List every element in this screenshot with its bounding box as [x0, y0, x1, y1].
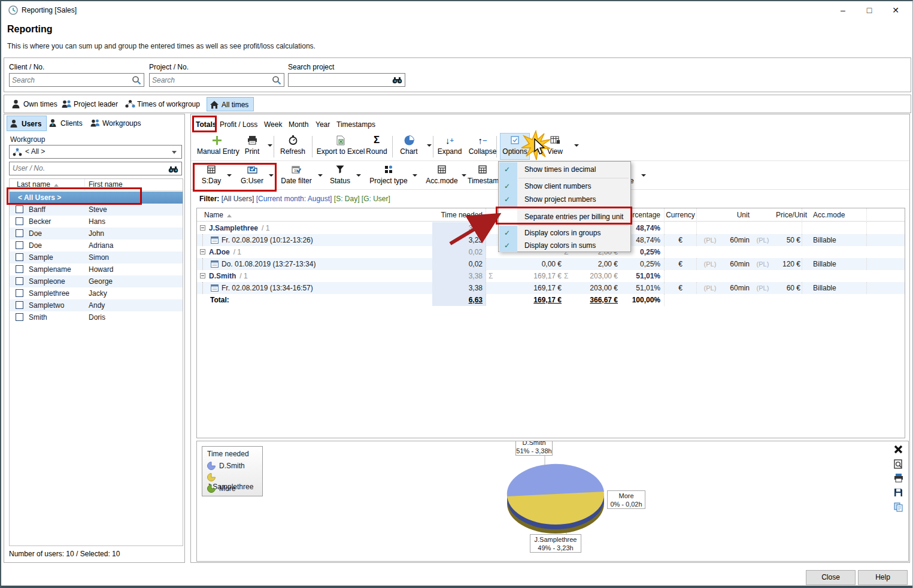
options-button[interactable]: Options [501, 134, 529, 156]
close-button[interactable]: Close [806, 570, 856, 585]
chart-print-button[interactable] [894, 474, 905, 483]
project-search-field[interactable] [149, 73, 284, 87]
checkbox[interactable] [16, 289, 23, 297]
name-header[interactable]: Name [204, 208, 436, 220]
tab-workgroups[interactable]: Workgroups [88, 116, 145, 131]
user-row[interactable]: SmithDoris [10, 311, 183, 323]
chart-copy-button[interactable] [894, 502, 905, 512]
currency-header[interactable]: Currency [665, 208, 697, 220]
acc-mode-header[interactable]: Acc.mode [813, 208, 867, 220]
user-row[interactable]: DoeAdriana [10, 240, 183, 251]
round-button[interactable]: Σ Round [365, 134, 389, 156]
user-row[interactable]: SamplethreeJacky [10, 287, 183, 299]
tab-users[interactable]: Users [7, 116, 47, 131]
tab-profit-loss[interactable]: Profit / Loss [220, 119, 257, 131]
user-search-input[interactable] [13, 164, 156, 172]
user-row[interactable]: SampleSimon [10, 251, 183, 263]
date-filter-dropdown-arrow[interactable] [318, 174, 323, 177]
sum-dropdown-arrow[interactable] [227, 174, 232, 177]
user-row[interactable]: SampletwoAndy [10, 299, 183, 311]
user-search-field[interactable] [9, 162, 182, 175]
price-unit-header[interactable]: Price/Unit [776, 208, 802, 220]
project-search-input[interactable] [152, 75, 269, 85]
user-table-header[interactable]: Last name First name [10, 179, 183, 191]
acc-mode-button[interactable]: Acc.mode [422, 163, 462, 186]
chart-preview-button[interactable] [894, 459, 905, 469]
user-row[interactable]: SampleoneGeorge [10, 275, 183, 287]
maximize-button[interactable]: □ [856, 1, 882, 19]
workgroup-select[interactable]: < All > [9, 145, 182, 159]
print-dropdown-arrow[interactable] [268, 144, 272, 147]
all-users-row[interactable]: < All Users > [10, 192, 183, 204]
group-row[interactable]: D.Smith/ 1 3,38 Σ 169,17 € Σ 203,00 € 51… [197, 270, 905, 282]
checkbox[interactable] [16, 313, 23, 321]
checkbox[interactable] [16, 301, 23, 309]
status-dropdown-arrow[interactable] [356, 174, 361, 177]
unit-header[interactable]: Unit [723, 208, 750, 220]
client-search-input[interactable] [12, 75, 129, 85]
entry-row[interactable]: Do. 01.08.2019 (13:27-13:34) 0,02 0,00 €… [197, 258, 905, 270]
chart-close-button[interactable] [894, 445, 905, 454]
chart-button[interactable]: Chart [396, 134, 422, 156]
menu-item-display-colors-sums[interactable]: ✓ Display colors in sums [499, 239, 630, 252]
checkbox[interactable] [16, 229, 23, 237]
tab-times-of-workgroup[interactable]: Times of workgroup [123, 97, 205, 111]
project-type-button[interactable]: Project type [366, 163, 411, 186]
help-button[interactable]: Help [858, 570, 908, 585]
menu-item-show-client-numbers[interactable]: ✓ Show client numbers [499, 180, 630, 193]
refresh-button[interactable]: Refresh [277, 134, 308, 156]
project-type-dropdown-arrow[interactable] [412, 174, 417, 177]
status-button[interactable]: Status [327, 163, 353, 186]
checkbox[interactable] [16, 277, 23, 285]
collapse-node-icon[interactable] [200, 225, 205, 231]
manual-entry-button[interactable]: Manual Entry [197, 134, 236, 156]
view-dropdown-arrow[interactable] [574, 144, 579, 147]
collapse-button[interactable]: ↑− Collapse [468, 134, 498, 156]
menu-item-show-project-numbers[interactable]: ✓ Show project numbers [499, 193, 630, 206]
tab-month[interactable]: Month [289, 119, 308, 131]
export-excel-button[interactable]: Export to Excel [316, 134, 366, 156]
user-row[interactable]: DoeJohn [10, 228, 183, 240]
group-dropdown-arrow[interactable] [269, 174, 274, 177]
tab-timestamps[interactable]: Timestamps [336, 119, 375, 131]
tab-clients[interactable]: Clients [46, 116, 87, 131]
checkbox[interactable] [16, 241, 23, 249]
checkbox[interactable] [16, 253, 23, 261]
checkbox[interactable] [16, 205, 23, 213]
client-search-field[interactable] [9, 73, 144, 87]
last-name-header[interactable]: Last name [17, 180, 59, 189]
tab-week[interactable]: Week [264, 119, 282, 131]
menu-item-show-times-decimal[interactable]: ✓ Show times in decimal [499, 163, 630, 176]
collapse-node-icon[interactable] [200, 249, 205, 254]
group-mode-button[interactable]: G:User [238, 163, 266, 186]
search-project-field[interactable] [288, 73, 405, 87]
user-row[interactable]: SamplenameHoward [10, 263, 183, 275]
tab-project-leader[interactable]: Project leader [59, 97, 123, 111]
tab-all-times[interactable]: All times [207, 97, 254, 111]
collapse-node-icon[interactable] [200, 273, 205, 278]
minimize-button[interactable]: – [830, 1, 856, 19]
time-needed-header[interactable]: Time needed [432, 208, 486, 220]
search-project-input[interactable] [291, 75, 390, 85]
acc-mode-dropdown-arrow[interactable] [462, 174, 466, 177]
menu-item-display-colors-groups[interactable]: ✓ Display colors in groups [499, 226, 630, 240]
entry-row[interactable]: Fr. 02.08.2019 (13:34-16:57) 3,38 169,17… [197, 282, 905, 294]
user-row[interactable]: BanffSteve [10, 204, 183, 216]
tab-own-times[interactable]: Own times [9, 97, 62, 111]
date-filter-button[interactable]: 31 Date filter [279, 163, 314, 186]
sum-mode-button[interactable]: S:Day [199, 163, 223, 186]
more-dropdown-arrow[interactable] [641, 174, 646, 177]
close-window-button[interactable]: ✕ [882, 1, 909, 19]
menu-item-separate-entries[interactable]: Separate entries per billing unit [499, 210, 630, 224]
chart-dropdown-arrow[interactable] [427, 144, 432, 147]
chart-save-button[interactable] [894, 488, 905, 498]
first-name-header[interactable]: First name [89, 180, 123, 189]
expand-button[interactable]: ↓+ Expand [436, 134, 463, 156]
tab-totals[interactable]: Totals [196, 119, 216, 131]
print-button[interactable]: Print [241, 134, 263, 156]
view-button[interactable]: View [543, 134, 567, 156]
checkbox[interactable] [16, 217, 23, 225]
user-row[interactable]: BeckerHans [10, 216, 183, 228]
tab-year[interactable]: Year [316, 119, 330, 131]
checkbox[interactable] [16, 265, 23, 273]
